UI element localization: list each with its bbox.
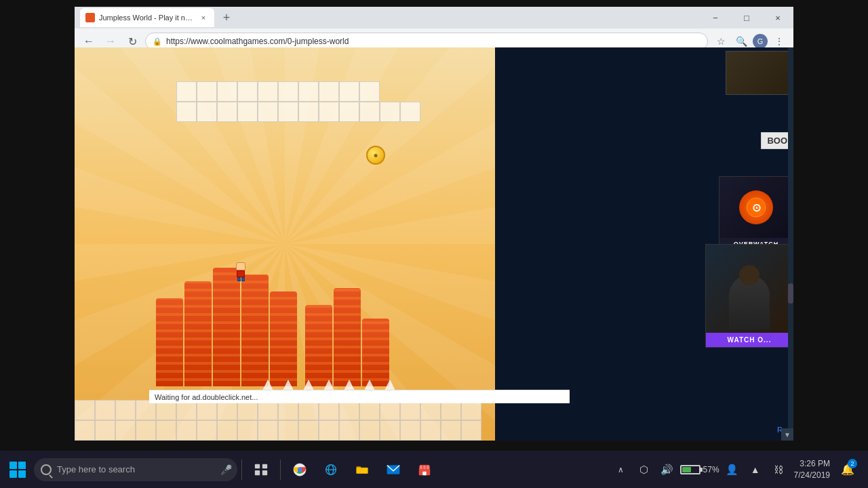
- svg-rect-12: [357, 468, 368, 473]
- scrollbar-thumb[interactable]: [788, 283, 793, 304]
- ground-cell: [237, 420, 258, 441]
- char-leg-left: [237, 277, 241, 281]
- right-panel: BOO ⊙ OVERWATCH LEAGUE: [495, 47, 793, 441]
- game-area[interactable]: ●: [75, 47, 495, 441]
- grid-cell: [278, 81, 298, 102]
- bezel-left: [0, 0, 75, 434]
- taskbar-divider-2: [280, 460, 281, 480]
- people-icon[interactable]: 👤: [722, 455, 743, 485]
- battery-icon: [680, 465, 701, 474]
- browser-title-bar: Jumpless World - Play it no... × + − □ ×: [75, 7, 793, 28]
- show-hidden-icons-button[interactable]: ∧: [611, 455, 631, 485]
- ground-cell: [156, 420, 176, 441]
- ground-cell: [359, 420, 380, 441]
- win-quad-bl: [9, 470, 17, 478]
- grid-cell: [278, 102, 298, 122]
- game-character: [234, 262, 248, 281]
- store-taskbar-icon[interactable]: [410, 455, 439, 485]
- ground-cell: [298, 420, 319, 441]
- tab-title: Jumpless World - Play it no...: [99, 14, 194, 22]
- grid-cell: [380, 102, 400, 122]
- taskbar-divider: [241, 460, 242, 480]
- grid-cell: [298, 102, 319, 122]
- file-explorer-icon[interactable]: [347, 455, 377, 485]
- grid-cell: [258, 102, 278, 122]
- win-quad-br: [18, 470, 26, 478]
- char-legs: [237, 277, 245, 281]
- ground-cell: [420, 420, 441, 441]
- grid-cell: [176, 102, 197, 122]
- ie-icon: [323, 462, 338, 477]
- player-photo: [706, 245, 793, 333]
- new-tab-button[interactable]: +: [217, 8, 236, 27]
- orange-col-1: [156, 298, 183, 386]
- url-text: https://www.coolmathgames.com/0-jumpless…: [166, 37, 349, 46]
- browser-tab-active[interactable]: Jumpless World - Play it no... ×: [80, 8, 214, 27]
- grid-cell-empty: [400, 81, 420, 102]
- ground-grid: [75, 400, 495, 441]
- ground-cell: [339, 420, 359, 441]
- mail-taskbar-icon[interactable]: [378, 455, 408, 485]
- tab-close-button[interactable]: ×: [198, 12, 209, 23]
- ground-cell: [176, 420, 197, 441]
- svg-rect-18: [423, 465, 426, 469]
- watch-bar[interactable]: WATCH O...: [706, 333, 793, 347]
- orange-col-5: [270, 291, 297, 386]
- network-icon[interactable]: ⬡: [634, 455, 654, 485]
- grid-cell: [237, 102, 258, 122]
- monitor-frame: Jumpless World - Play it no... × + − □ ×…: [0, 0, 868, 488]
- svg-rect-5: [262, 470, 267, 474]
- coin: ●: [366, 146, 385, 165]
- ground-cell: [461, 420, 481, 441]
- orange-columns: [156, 268, 389, 386]
- ground-cell: [380, 420, 400, 441]
- mail-icon: [386, 462, 401, 477]
- microphone-icon[interactable]: 🎤: [221, 465, 231, 474]
- ground-cell: [115, 420, 136, 441]
- ground-cell: [400, 420, 420, 441]
- ground-cell: [95, 420, 115, 441]
- grid-cell: [400, 102, 420, 122]
- system-tray-extra[interactable]: ▲: [745, 455, 766, 485]
- ground-cell: [319, 420, 339, 441]
- status-text: Waiting for ad.doubleclick.net...: [155, 393, 258, 401]
- scroll-arrow-down[interactable]: ▼: [781, 428, 793, 441]
- ie-taskbar-icon[interactable]: [316, 455, 346, 485]
- grid-cell: [197, 81, 217, 102]
- player-ad[interactable]: WATCH O...: [705, 244, 793, 348]
- ground-cell: [197, 420, 217, 441]
- grid-cell-empty: [380, 81, 400, 102]
- windows-logo: [9, 462, 26, 478]
- char-leg-right: [241, 277, 245, 281]
- store-icon: [417, 462, 432, 477]
- minimize-button[interactable]: −: [700, 7, 731, 28]
- win-quad-tr: [18, 462, 26, 469]
- orange-col-7: [334, 288, 361, 386]
- battery-indicator[interactable]: 57%: [680, 465, 719, 474]
- svg-rect-4: [255, 470, 260, 474]
- ground-cell: [258, 420, 278, 441]
- grid-cell: [359, 81, 380, 102]
- orange-col-8: [362, 319, 389, 386]
- chrome-icon: [292, 462, 307, 477]
- link-icon[interactable]: ⛓: [768, 455, 789, 485]
- ground-cell: [217, 420, 237, 441]
- char-head: [236, 262, 245, 270]
- task-view-button[interactable]: [246, 455, 276, 485]
- ground-cell: [441, 420, 461, 441]
- orange-col-3: [213, 268, 240, 386]
- battery-percentage: 57%: [703, 465, 719, 474]
- notification-center-button[interactable]: 🔔 2: [835, 455, 860, 485]
- chrome-taskbar-icon[interactable]: [285, 455, 315, 485]
- scrollbar[interactable]: ▼: [788, 47, 793, 441]
- close-button[interactable]: ×: [762, 7, 793, 28]
- secure-lock-icon: 🔒: [153, 37, 162, 46]
- orange-col-6: [305, 305, 332, 386]
- start-button[interactable]: [3, 455, 33, 485]
- search-bar[interactable]: Type here to search 🎤: [34, 458, 237, 481]
- maximize-button[interactable]: □: [731, 7, 762, 28]
- volume-icon[interactable]: 🔊: [657, 455, 677, 485]
- clock-area[interactable]: 3:26 PM 7/24/2019: [791, 458, 833, 481]
- profile-icon[interactable]: G: [753, 34, 768, 49]
- top-ad-thumbnail[interactable]: [726, 51, 793, 95]
